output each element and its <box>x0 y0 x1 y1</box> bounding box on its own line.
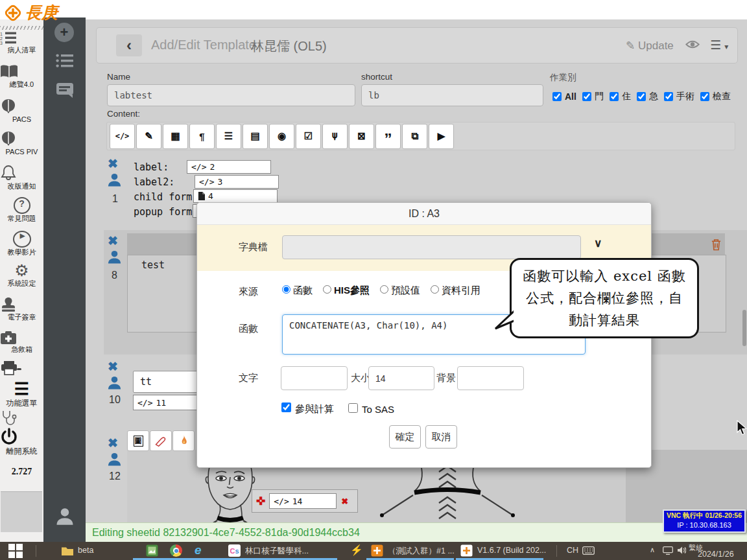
calc-checkbox[interactable] <box>281 402 291 412</box>
lightning-icon[interactable]: ⚡ <box>350 544 363 556</box>
taskbar-beta-label[interactable]: beta <box>78 546 93 555</box>
sidebar-item-patient-list[interactable]: 123 病人清單 <box>0 31 43 54</box>
preview-button[interactable] <box>685 40 700 49</box>
calendar-button[interactable]: ⊠ <box>349 124 374 149</box>
row12-delete-icon[interactable]: ✖ <box>108 437 118 449</box>
start-button[interactable] <box>8 544 23 558</box>
name-input[interactable] <box>107 84 355 106</box>
worktype-exam-checkbox[interactable] <box>700 92 709 101</box>
header-menu-button[interactable]: ☰ ▾ <box>710 38 728 52</box>
move-icon[interactable]: ✜ <box>256 495 265 508</box>
text-color-input[interactable] <box>281 366 348 390</box>
sas-checkbox[interactable] <box>348 403 358 413</box>
worktype-inpatient-checkbox[interactable] <box>610 92 619 101</box>
row10-person-icon[interactable] <box>107 375 122 390</box>
cgmh-orange-app-icon[interactable] <box>371 544 383 557</box>
worktype-er-checkbox[interactable] <box>637 92 646 101</box>
list-button[interactable] <box>56 53 73 69</box>
back-button[interactable]: ‹ <box>116 34 142 56</box>
chrome-icon[interactable] <box>170 544 182 557</box>
image-tool-button[interactable]: 圖 <box>127 430 149 451</box>
user-icon[interactable] <box>55 507 75 525</box>
list-alt-button[interactable]: ▤ <box>243 124 268 149</box>
sidebar-item-printer[interactable] <box>0 360 43 377</box>
calc-option[interactable]: 參與計算 <box>281 402 334 415</box>
sidebar-item-e-signature[interactable]: 電子簽章 <box>0 297 43 321</box>
knife-tool-button[interactable] <box>150 430 172 451</box>
sidebar-item-pacs-piv[interactable]: PACS PIV <box>0 131 43 156</box>
edit-button[interactable]: ✎ <box>136 124 161 149</box>
tray-chevron-icon[interactable]: ∧ <box>650 546 655 554</box>
cgmh-white-app-icon[interactable] <box>460 544 473 557</box>
paragraph-button[interactable]: ¶ <box>189 124 215 149</box>
trash-icon[interactable] <box>711 239 722 251</box>
row1-field3[interactable]: 4 <box>193 189 278 203</box>
table-button[interactable]: ▦ <box>163 124 188 149</box>
dataref-radio[interactable] <box>431 285 439 294</box>
row10-delete-icon[interactable]: ✖ <box>108 360 118 373</box>
ie-icon[interactable]: e <box>195 543 202 557</box>
row12-person-icon[interactable] <box>107 452 122 466</box>
sidebar-item-changelog[interactable]: 改版通知 <box>0 165 43 191</box>
row12-remove-icon[interactable]: ✖ <box>341 497 348 506</box>
language-indicator[interactable]: CH <box>567 546 578 555</box>
source-option-dataref[interactable]: 資料引用 <box>431 285 480 297</box>
row1-field2[interactable]: </> 3 <box>195 175 279 189</box>
quote-button[interactable]: ” <box>375 124 401 149</box>
worktype-all-checkbox[interactable] <box>552 92 562 101</box>
row8-person-icon[interactable] <box>107 250 122 264</box>
sidebar-item-tutorial-videos[interactable]: ▶ 教學影片 <box>0 231 43 257</box>
taskbar-date[interactable]: 2024/1/26 <box>698 550 734 559</box>
sidebar-item-faq[interactable]: ? 常見問題 <box>0 197 43 223</box>
checkbox-tool[interactable]: ☑ <box>296 124 321 149</box>
size-input[interactable] <box>368 366 434 390</box>
nuclear-app-label[interactable]: 林口核子醫學科... <box>245 546 329 557</box>
his-radio[interactable] <box>323 285 331 294</box>
monitor-icon[interactable] <box>663 546 673 555</box>
worktype-opd-checkbox[interactable] <box>582 92 591 101</box>
row12-code-field[interactable]: </> 14 <box>269 493 337 509</box>
sidebar-item-logout[interactable]: 離開系統 <box>0 428 43 456</box>
image-app-icon[interactable] <box>146 544 158 557</box>
sidebar-item-system-settings[interactable]: ⚙ 系統設定 <box>0 262 43 288</box>
sidebar-item-function-menu[interactable]: ☰ 功能選單 <box>0 380 43 408</box>
default-radio[interactable] <box>380 285 388 294</box>
list-button[interactable]: ☰ <box>216 124 241 149</box>
source-option-default[interactable]: 預設值 <box>380 285 420 297</box>
folder-icon[interactable] <box>61 546 74 556</box>
row12-floating-field[interactable]: ✜ </> 14 ✖ <box>252 489 358 513</box>
function-radio[interactable] <box>282 285 290 294</box>
source-option-function[interactable]: 函數 <box>282 285 313 297</box>
row1-person-icon[interactable] <box>107 172 122 187</box>
dictionary-input[interactable] <box>282 235 581 259</box>
worktype-surgery-checkbox[interactable] <box>664 92 673 101</box>
ok-button[interactable]: 確定 <box>389 425 421 449</box>
source-option-his[interactable]: HIS參照 <box>323 285 370 297</box>
background-input[interactable] <box>457 366 524 390</box>
sidebar-item-pacs[interactable]: PACS <box>0 99 43 124</box>
radio-button-tool[interactable]: ◉ <box>269 124 294 149</box>
update-button[interactable]: ✎ Update <box>626 39 674 52</box>
notes-button[interactable] <box>56 82 74 99</box>
sidebar-item-overview[interactable]: 總覽4.0 <box>0 65 43 89</box>
sas-option[interactable]: To SAS <box>348 403 394 415</box>
nuclear-app-icon[interactable]: Cs <box>228 544 241 557</box>
build-window-label[interactable]: V1.6.7 (Build 202... <box>477 546 546 555</box>
cancel-button[interactable]: 取消 <box>425 425 457 449</box>
sitemap-button[interactable]: ⋔ <box>322 124 348 149</box>
shortcut-input[interactable] <box>361 84 543 106</box>
paste-button[interactable]: ⧉ <box>402 124 427 149</box>
play-button[interactable]: ▶ <box>429 124 454 149</box>
speaker-icon[interactable] <box>677 546 686 554</box>
chevron-down-icon[interactable]: ∨ <box>594 237 602 250</box>
sidebar-item-first-aid[interactable]: 急救箱 <box>0 331 43 354</box>
row8-delete-icon[interactable]: ✖ <box>108 235 118 247</box>
row1-delete-icon[interactable]: ✖ <box>108 158 118 170</box>
sidebar-item-stethoscope[interactable] <box>0 410 43 428</box>
row1-field1[interactable]: </> 2 <box>187 160 271 174</box>
code-button[interactable]: </> <box>110 124 135 149</box>
keyboard-icon[interactable] <box>582 546 595 555</box>
add-button[interactable]: + <box>54 23 74 42</box>
scrollbar-thumb[interactable] <box>742 310 746 346</box>
test-window-label[interactable]: （測試入群）#1 ... <box>388 546 455 557</box>
